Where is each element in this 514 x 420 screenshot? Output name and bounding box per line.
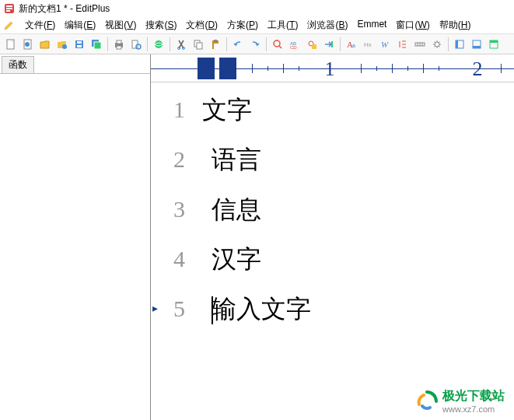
- separator: [170, 37, 170, 51]
- svg-point-7: [62, 44, 67, 49]
- find-button[interactable]: [270, 37, 285, 52]
- svg-rect-30: [312, 44, 316, 49]
- svg-rect-9: [77, 41, 82, 44]
- svg-rect-39: [456, 40, 458, 48]
- window-title: 新的文档1 * - EditPlus: [19, 2, 110, 16]
- svg-rect-41: [473, 46, 481, 48]
- new-html-button[interactable]: [20, 37, 36, 52]
- ruler-indent-marker[interactable]: [198, 58, 215, 79]
- svg-rect-24: [214, 40, 217, 42]
- titlebar: 新的文档1 * - EditPlus: [0, 0, 514, 17]
- menu-f[interactable]: 文件(F): [20, 17, 60, 33]
- wordwrap-button[interactable]: W: [378, 37, 393, 52]
- ruler-button[interactable]: [412, 37, 428, 52]
- menu-s[interactable]: 搜索(S): [141, 17, 181, 33]
- menu-e[interactable]: 编辑(E): [60, 17, 100, 33]
- save-all-button[interactable]: [89, 37, 104, 52]
- line-number: 5: [151, 292, 185, 342]
- watermark-logo-icon: [416, 390, 438, 412]
- ruler[interactable]: 1 2: [151, 54, 514, 82]
- current-line-marker-icon: ▸: [152, 302, 158, 315]
- separator: [107, 37, 108, 51]
- line-number: 2: [151, 143, 185, 193]
- menu-b[interactable]: 浏览器(B): [302, 17, 352, 33]
- goto-button[interactable]: [321, 37, 337, 52]
- undo-button[interactable]: [230, 37, 246, 52]
- line-number: 1: [151, 93, 185, 143]
- svg-rect-1: [6, 5, 12, 7]
- svg-rect-12: [94, 42, 101, 49]
- ruler-number: 1: [325, 58, 335, 81]
- text-line[interactable]: 文字: [193, 93, 514, 143]
- print-button[interactable]: [111, 37, 127, 52]
- cut-button[interactable]: [173, 37, 189, 52]
- text-line[interactable]: 输入文字: [193, 292, 514, 342]
- browser-button[interactable]: [151, 37, 166, 52]
- text-line[interactable]: 汉字: [193, 243, 514, 292]
- save-button[interactable]: [72, 37, 87, 52]
- ruler-indent-marker[interactable]: [219, 58, 236, 79]
- svg-rect-15: [117, 46, 121, 49]
- svg-rect-43: [490, 40, 498, 43]
- side-panel-body[interactable]: [0, 73, 150, 420]
- app-icon: [3, 2, 16, 15]
- svg-point-26: [274, 40, 280, 47]
- svg-rect-25: [214, 44, 219, 49]
- menu-h[interactable]: 帮助(H): [435, 17, 476, 33]
- svg-text:CD: CD: [290, 45, 297, 50]
- menu-t[interactable]: 工具(T): [263, 17, 302, 33]
- hex-button[interactable]: Hx: [361, 37, 376, 52]
- line-number-button[interactable]: [395, 37, 411, 52]
- menu-d[interactable]: 文档(D): [181, 17, 222, 33]
- menu-w[interactable]: 窗口(W): [391, 17, 434, 33]
- watermark-name: 极光下载站: [442, 388, 505, 404]
- code-area[interactable]: 1234▸5 文字语言信息汉字输入文字: [151, 82, 514, 420]
- svg-rect-3: [6, 10, 10, 12]
- svg-rect-31: [331, 41, 333, 47]
- svg-point-18: [155, 40, 163, 48]
- text-line[interactable]: 语言: [193, 143, 514, 193]
- svg-rect-14: [117, 40, 121, 44]
- replace-button[interactable]: ABCD: [287, 37, 302, 52]
- separator: [448, 37, 449, 51]
- text-cursor: [212, 296, 213, 324]
- menu-emmet[interactable]: Emmet: [352, 17, 391, 33]
- side-panel: 函数: [0, 54, 151, 420]
- redo-button[interactable]: [247, 37, 263, 52]
- editor: 1 2 1234▸5 文字语言信息汉字输入文字: [151, 54, 514, 420]
- line-number: 4: [151, 243, 185, 292]
- svg-text:W: W: [381, 40, 389, 49]
- ruler-number: 2: [473, 58, 483, 81]
- svg-text:a: a: [352, 43, 355, 48]
- clip-panel-button[interactable]: [486, 37, 502, 52]
- font-button[interactable]: Aa: [344, 37, 359, 52]
- side-panel-button[interactable]: [452, 37, 467, 52]
- menubar: 文件(F)编辑(E)视图(V)搜索(S)文档(D)方案(P)工具(T)浏览器(B…: [0, 17, 514, 34]
- svg-point-6: [25, 42, 30, 47]
- svg-text:Hx: Hx: [364, 41, 372, 48]
- settings-button[interactable]: [429, 37, 445, 52]
- watermark: 极光下载站 www.xz7.com: [416, 388, 505, 414]
- menu-v[interactable]: 视图(V): [100, 17, 141, 33]
- separator: [147, 37, 148, 51]
- menu-p[interactable]: 方案(P): [222, 17, 263, 33]
- new-file-button[interactable]: [3, 37, 19, 52]
- watermark-url: www.xz7.com: [442, 404, 505, 414]
- open-remote-button[interactable]: [54, 37, 70, 52]
- paste-button[interactable]: [208, 37, 223, 52]
- side-tab-functions[interactable]: 函数: [2, 56, 34, 74]
- copy-button[interactable]: [191, 37, 206, 52]
- text-content[interactable]: 文字语言信息汉字输入文字: [193, 82, 514, 420]
- svg-rect-2: [6, 8, 12, 9]
- open-button[interactable]: [37, 37, 53, 52]
- text-line[interactable]: 信息: [193, 193, 514, 243]
- find-in-files-button[interactable]: [304, 37, 320, 52]
- separator: [340, 37, 341, 51]
- print-preview-button[interactable]: [128, 37, 144, 52]
- toolbar: ABCD Aa Hx W: [0, 34, 514, 54]
- line-number: 3: [151, 193, 185, 243]
- separator: [266, 37, 267, 51]
- separator: [226, 37, 227, 51]
- output-panel-button[interactable]: [469, 37, 484, 52]
- pencil-icon: [3, 20, 14, 31]
